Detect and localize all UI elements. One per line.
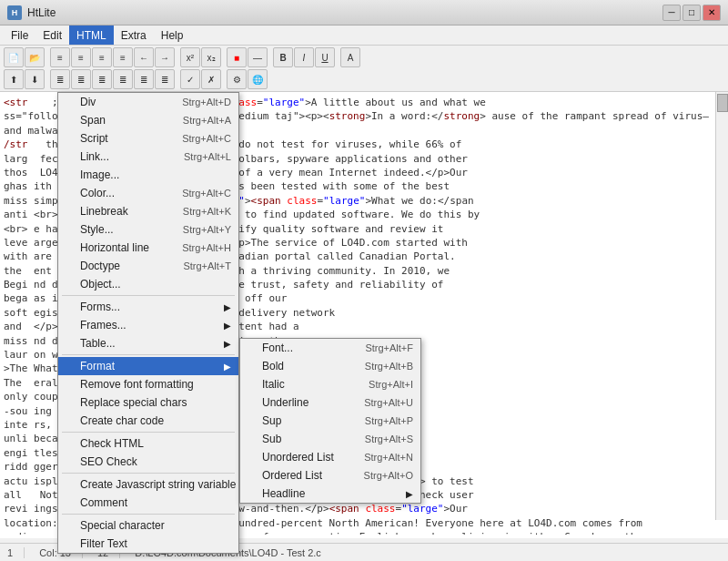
menu-seo[interactable]: SEO Check [58,453,238,471]
tb2-6[interactable]: ≣ [113,69,133,89]
menu-html[interactable]: HTML [69,26,114,45]
menu-check-html[interactable]: Check HTML [58,434,238,453]
menu-extra[interactable]: Extra [114,26,154,45]
tb-arrow[interactable]: ← [134,47,154,67]
tb2-9[interactable]: ✓ [180,69,200,89]
menu-object[interactable]: Object... [58,275,238,293]
scrollbar[interactable] [715,92,728,520]
tb-align-right[interactable]: ≡ [92,47,112,67]
scrollbar-thumb[interactable] [717,94,728,112]
sep-1 [62,295,235,296]
format-headline[interactable]: Headline ▶ [240,484,420,503]
tb-new[interactable]: 📄 [4,47,24,67]
tb-align-left[interactable]: ≡ [50,47,70,67]
format-font[interactable]: Font... Strg+Alt+F [240,339,420,357]
menu-linebreak[interactable]: Linebreak Strg+Alt+K [58,202,238,220]
tb-red[interactable]: ■ [227,47,247,67]
format-italic[interactable]: Italic Strg+Alt+I [240,375,420,393]
tb2-12[interactable]: 🌐 [248,69,268,89]
menu-help[interactable]: Help [154,26,191,45]
tb-underline[interactable]: U [315,47,335,67]
format-ol[interactable]: Ordered List Strg+Alt+O [240,466,420,484]
title-bar: H HtLite ─ □ ✕ [0,0,728,26]
tb-hr[interactable]: — [248,47,268,67]
tb2-10[interactable]: ✗ [201,69,221,89]
menu-style[interactable]: Style... Strg+Alt+Y [58,220,238,239]
tb2-8[interactable]: ≣ [155,69,175,89]
tb-sup[interactable]: x² [180,47,200,67]
format-ul[interactable]: Unordered List Strg+Alt+N [240,448,420,466]
menu-script[interactable]: Script Strg+Alt+C [58,129,238,148]
menu-file[interactable]: File [4,26,35,45]
menu-char-code[interactable]: Create char code [58,412,238,430]
menu-forms[interactable]: Forms... ▶ [58,298,238,316]
tb2-5[interactable]: ≣ [92,69,112,89]
html-dropdown-menu: Div Strg+Alt+D Span Strg+Alt+A Script St… [57,92,239,554]
menu-frames[interactable]: Frames... ▶ [58,316,238,334]
tb-open[interactable]: 📂 [25,47,45,67]
menu-remove-font[interactable]: Remove font formatting [58,375,238,393]
tb2-4[interactable]: ≣ [71,69,91,89]
format-sup[interactable]: Sup Strg+Alt+P [240,412,420,430]
close-button[interactable]: ✕ [703,5,721,21]
menu-link[interactable]: Link... Strg+Alt+L [58,148,238,166]
menu-comment[interactable]: Comment [58,494,238,512]
menu-format[interactable]: Format ▶ [58,357,238,375]
main-area: <str ; padding-left: 20px;"><span class=… [0,92,728,538]
app-icon: H [7,5,22,20]
menu-image[interactable]: Image... [58,166,238,184]
menu-bar: File Edit HTML Extra Help [0,26,728,46]
toolbar-row-2: ⬆ ⬇ ≣ ≣ ≣ ≣ ≣ ≣ ✓ ✗ ⚙ 🌐 [4,69,724,89]
tb-font[interactable]: A [340,47,360,67]
title-bar-left: H HtLite [7,5,56,20]
sep-3 [62,432,235,433]
menu-special-char[interactable]: Special character [58,516,238,535]
toolbar-area: 📄 📂 ≡ ≡ ≡ ≡ ← → x² x₂ ■ — B I U A ⬆ ⬇ ≣ … [0,46,728,92]
minimize-button[interactable]: ─ [662,5,681,21]
menu-filter-text[interactable]: Filter Text [58,535,238,553]
sep-4 [62,473,235,474]
tb-align-center[interactable]: ≡ [71,47,91,67]
window-controls: ─ □ ✕ [662,5,721,21]
menu-js-var[interactable]: Create Javascript string variable [58,475,238,494]
menu-color[interactable]: Color... Strg+Alt+C [58,184,238,202]
format-underline[interactable]: Underline Strg+Alt+U [240,393,420,412]
tb-arrow2[interactable]: → [155,47,175,67]
menu-table[interactable]: Table... ▶ [58,334,238,352]
sep-2 [62,354,235,355]
tb-bold[interactable]: B [273,47,293,67]
maximize-button[interactable]: □ [682,5,701,21]
tb2-3[interactable]: ≣ [50,69,70,89]
format-sub[interactable]: Sub Strg+Alt+S [240,430,420,448]
toolbar-row-1: 📄 📂 ≡ ≡ ≡ ≡ ← → x² x₂ ■ — B I U A [4,47,724,67]
menu-replace-special[interactable]: Replace special chars [58,393,238,412]
format-submenu: Font... Strg+Alt+F Bold Strg+Alt+B Itali… [239,338,421,504]
status-line: 1 [7,547,25,558]
app-title: HtLite [27,6,56,19]
menu-doctype[interactable]: Doctype Strg+Alt+T [58,257,238,275]
tb-sub[interactable]: x₂ [201,47,221,67]
tb-justify[interactable]: ≡ [113,47,133,67]
sep-5 [62,514,235,515]
format-bold[interactable]: Bold Strg+Alt+B [240,357,420,375]
menu-edit[interactable]: Edit [35,26,69,45]
menu-hr[interactable]: Horizontal line Strg+Alt+H [58,239,238,257]
tb2-2[interactable]: ⬇ [25,69,45,89]
tb2-11[interactable]: ⚙ [227,69,247,89]
tb-italic[interactable]: I [294,47,314,67]
menu-div[interactable]: Div Strg+Alt+D [58,93,238,111]
tb2-1[interactable]: ⬆ [4,69,24,89]
menu-span[interactable]: Span Strg+Alt+A [58,111,238,129]
tb2-7[interactable]: ≣ [134,69,154,89]
